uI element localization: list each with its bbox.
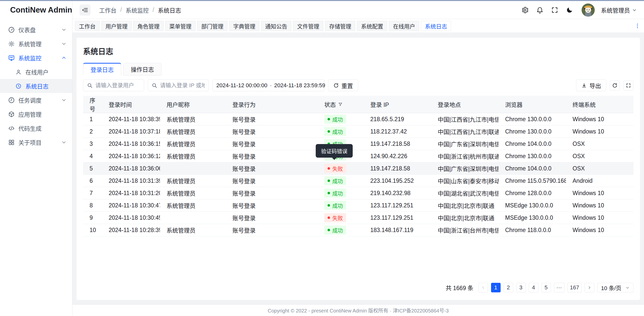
prev-page-button[interactable] [478, 283, 488, 292]
tab-user-management[interactable]: 用户管理 [101, 21, 132, 31]
cell-ip: 219.140.232.98 [364, 187, 431, 199]
status-badge: 成功 [324, 189, 346, 198]
sidebar-item-online-users[interactable]: 在线用户 [0, 65, 72, 79]
sidebar-item-system-log[interactable]: 系统日志 [0, 79, 72, 93]
page-size-select[interactable]: 10 条/页 [597, 283, 633, 292]
status-badge: 成功 [324, 201, 346, 210]
export-button[interactable]: 导出 [576, 79, 606, 91]
cell-behavior: 账号登录 [226, 175, 318, 187]
reset-button[interactable]: 重置 [328, 79, 358, 91]
sidebar: ContiNew Admin 仪表盘 系统管理 [0, 1, 72, 316]
cell-time: 2024-11-18 10:38:39 [102, 113, 160, 125]
cell-behavior: 账号登录 [226, 125, 318, 138]
logo-text: ContiNew Admin [10, 6, 72, 15]
sidebar-item-code-generation[interactable]: 代码生成 [0, 121, 72, 135]
table-row: 22024-11-18 10:37:18系统管理员账号登录成功118.212.3… [83, 125, 633, 138]
login-user-input[interactable] [95, 82, 140, 89]
cell-location: 中国|浙江省|台州市|电信 [431, 224, 499, 236]
cell-time: 2024-11-18 10:30:47 [102, 199, 160, 212]
tab-workbench[interactable]: 工作台 [75, 21, 100, 31]
dots-vertical-icon [634, 23, 640, 29]
breadcrumb-item-workbench[interactable]: 工作台 [99, 6, 116, 14]
login-ip-input[interactable] [160, 82, 205, 89]
cell-browser: Chrome 104.0.0.0 [499, 162, 566, 175]
dark-mode-button[interactable] [565, 6, 574, 14]
date-range-picker[interactable]: 2024-11-12 00:00:00 - 2024-11-18 23:59:5… [212, 79, 325, 91]
status-dot [328, 216, 330, 219]
cell-time: 2024-11-18 10:31:20 [102, 187, 160, 199]
tab-storage-management[interactable]: 存储管理 [325, 21, 355, 31]
breadcrumb-item-system-monitor[interactable]: 系统监控 [126, 6, 149, 14]
login-ip-search[interactable] [148, 79, 209, 91]
avatar[interactable] [582, 4, 595, 17]
sidebar-item-task-scheduler[interactable]: 任务调度 [0, 93, 72, 107]
cell-location: 中国|广东省|深圳市|电信 [431, 162, 499, 175]
sidebar-item-label: 应用管理 [18, 110, 67, 118]
sidebar-item-system-management[interactable]: 系统管理 [0, 37, 72, 51]
tab-dict-management[interactable]: 字典管理 [229, 21, 259, 31]
status-tooltip: 验证码错误 [316, 144, 353, 158]
page-button-2[interactable]: 2 [504, 283, 513, 292]
sidebar-item-system-monitor[interactable]: 系统监控 [0, 51, 72, 65]
table-row: 72024-11-18 10:31:20系统管理员账号登录成功219.140.2… [83, 187, 633, 199]
cell-location: 中国|江西省|九江市|联通 [431, 125, 499, 138]
cell-os: Windows 10 [566, 125, 633, 138]
cell-location: 中国|山东省|泰安市|移动 [431, 175, 499, 187]
date-start-value: 2024-11-12 00:00:00 [216, 82, 267, 89]
tab-label: 系统配置 [361, 22, 383, 30]
tab-label: 存储管理 [329, 22, 351, 30]
col-behavior: 登录行为 [226, 96, 318, 113]
status-filter-button[interactable] [338, 102, 343, 107]
status-badge: 成功 [324, 127, 346, 136]
page-button-5[interactable]: 5 [541, 283, 551, 292]
fullscreen-button[interactable] [550, 6, 559, 14]
page-button-1[interactable]: 1 [491, 283, 501, 292]
cell-index: 8 [83, 199, 102, 212]
top-header: 工作台 / 系统监控 / 系统日志 [72, 1, 644, 19]
page-ellipsis-button[interactable]: ··· [554, 283, 565, 292]
tab-system-log[interactable]: 系统日志 [421, 21, 451, 31]
col-status: 状态 [318, 96, 364, 113]
user-name: 系统管理员 [601, 6, 630, 14]
refresh-table-button[interactable] [610, 80, 620, 91]
login-user-search[interactable] [83, 79, 144, 91]
tab-file-management[interactable]: 文件管理 [293, 21, 323, 31]
tab-login-log[interactable]: 登录日志 [83, 63, 121, 75]
monitor-icon [8, 54, 15, 61]
cell-nickname: 系统管理员 [160, 175, 226, 187]
cell-nickname: 系统管理员 [160, 113, 226, 125]
cell-index: 7 [83, 187, 102, 199]
col-location: 登录地点 [431, 96, 499, 113]
tab-more-button[interactable] [634, 23, 640, 29]
next-page-button[interactable] [585, 283, 594, 292]
tab-dept-management[interactable]: 部门管理 [197, 21, 227, 31]
status-badge[interactable]: 失败 [324, 164, 346, 173]
tab-online-users[interactable]: 在线用户 [389, 21, 419, 31]
col-index: 序号 [83, 96, 102, 113]
cell-location: 中国|江西省|九江市|电信 [431, 113, 499, 125]
notifications-button[interactable] [536, 6, 544, 14]
sidebar-collapse-button[interactable] [79, 5, 91, 16]
sidebar-item-about-project[interactable]: 关于项目 [0, 135, 72, 149]
breadcrumb-separator: / [152, 7, 154, 13]
page-button-3[interactable]: 3 [516, 283, 526, 292]
expand-table-button[interactable] [623, 80, 633, 91]
table-row: 52024-11-18 10:36:06账号登录失败119.147.218.58… [83, 162, 633, 175]
tab-notice[interactable]: 通知公告 [261, 21, 291, 31]
pagination-total: 共 1669 条 [446, 283, 473, 292]
sidebar-item-app-management[interactable]: 应用管理 [0, 107, 72, 121]
cell-index: 10 [83, 224, 102, 236]
settings-button[interactable] [521, 6, 529, 14]
sidebar-item-dashboard[interactable]: 仪表盘 [0, 23, 72, 37]
tab-role-management[interactable]: 角色管理 [133, 21, 164, 31]
tab-operation-log[interactable]: 操作日志 [123, 63, 162, 75]
tab-menu-management[interactable]: 菜单管理 [165, 21, 195, 31]
sidebar-item-label: 关于项目 [18, 138, 61, 147]
collapse-menu-icon [82, 7, 88, 13]
page-button-167[interactable]: 167 [568, 283, 582, 292]
cell-status: 失败 [318, 212, 364, 224]
pagination: 共 1669 条 1 2 3 4 5 ··· 167 10 条/页 [83, 280, 633, 296]
user-menu[interactable]: 系统管理员 [601, 6, 637, 14]
tab-system-config[interactable]: 系统配置 [357, 21, 387, 31]
page-button-4[interactable]: 4 [529, 283, 538, 292]
